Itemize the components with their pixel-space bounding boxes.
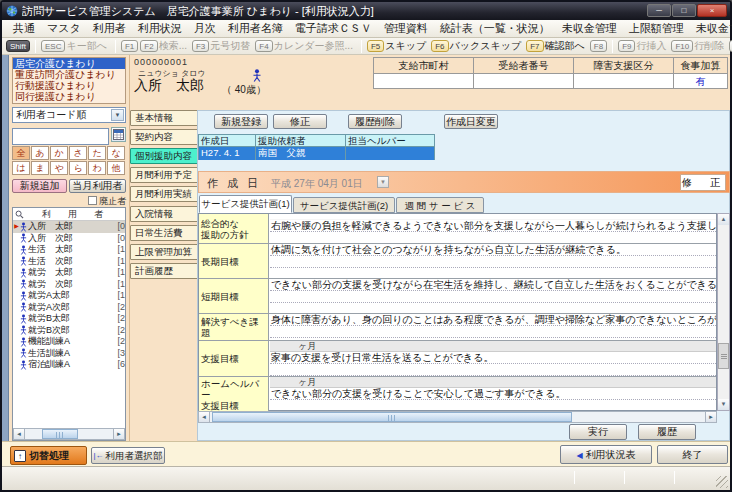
kana-a-button[interactable]: あ [31,146,49,160]
field-issues[interactable]: 身体に障害があり、身の回りのことはある程度できるが、調理や掃除など家事のできない… [270,314,716,340]
form-hscrollbar[interactable]: ◄ ► [198,411,717,423]
tab-contract[interactable]: 契約内容 [130,129,200,145]
kana-ra-button[interactable]: ら [69,161,87,175]
menu-item-limit[interactable]: 上限額管理 [623,21,690,36]
current-month-users-button[interactable]: 当月利用者 [69,179,126,193]
key-f7[interactable]: F7 [526,40,543,52]
new-record-button[interactable]: 新規登録 [214,114,268,129]
tab-service-plan-1[interactable]: サービス提供計画(1) [199,195,292,213]
usage-table-button[interactable]: ◀ 利用状況表 [560,445,652,464]
menu-item-receivables[interactable]: 未収金管理 [556,21,623,36]
vscroll-thumb[interactable] [718,343,729,369]
scroll-up-icon[interactable]: ▲ [718,214,729,225]
list-item[interactable]: 入所 次郎[0 [13,233,125,245]
menu-item-materials[interactable]: 管理資料 [378,21,434,36]
field-support-goal[interactable]: ヶ月 家事の支援を受け日常生活を送ることができる。 [270,341,716,376]
scroll-right-icon[interactable]: ► [705,412,716,422]
field-shortterm[interactable]: できない部分の支援を受けながら在宅生活を維持し、継続して自立した生活をおくること… [270,279,716,313]
service-item[interactable]: 行動援護ひまわり [13,80,125,91]
field-longterm[interactable]: 体調に気を付けて社会とのつながりを持ちながら自立した生活が継続できる。 [270,244,716,278]
field-helper-goal[interactable]: ヶ月 できない部分の支援を受けることで安心して過ごす事ができる。 [270,377,716,411]
list-item[interactable]: 就労A太郎[1 [13,290,125,302]
key-f9[interactable]: F9 [618,40,635,52]
kana-na-button[interactable]: な [107,146,125,160]
scroll-left-icon[interactable]: ◄ [199,412,210,422]
close-button[interactable]: × [697,4,727,17]
menu-item-usage[interactable]: 利用状況 [132,21,188,36]
kana-ka-button[interactable]: か [50,146,68,160]
kana-ha-button[interactable]: は [12,161,30,175]
maximize-button[interactable]: □ [672,4,696,17]
list-item[interactable]: 就労B太郎[2 [13,313,125,325]
kana-all-button[interactable]: 全 [12,146,30,160]
tab-weekly-service[interactable]: 週 間 サ ー ビ ス [396,197,484,213]
list-item[interactable]: 生活 次郎[1 [13,256,125,268]
scroll-right-icon[interactable]: ► [113,429,124,439]
execute-button[interactable]: 実行 [569,424,627,440]
retired-checkbox[interactable] [88,196,97,205]
dropdown-arrow-icon[interactable]: ▼ [111,109,124,121]
add-user-button[interactable]: 新規追加 [12,179,67,193]
form-vscrollbar[interactable]: ▲ ▼ [717,213,730,411]
key-f3[interactable]: F3 [192,40,209,52]
edit-button[interactable]: 修正 [273,114,327,129]
scroll-left-icon[interactable]: ◄ [14,429,25,439]
list-item[interactable]: 就労 太郎[1 [13,267,125,279]
list-item[interactable]: 就労A次郎[2 [13,302,125,314]
history-row-requester[interactable]: 南国 父親 [255,147,345,160]
kana-ma-button[interactable]: ま [31,161,49,175]
tab-monthly-results[interactable]: 月間利用実績 [130,186,200,202]
key-f2[interactable]: F2 [140,40,157,52]
tab-plan-history[interactable]: 計画履歴 [130,263,200,279]
menu-item-master[interactable]: マスタ [41,21,87,36]
kana-sa-button[interactable]: さ [69,146,87,160]
exit-button[interactable]: 終了 [657,445,728,464]
history-button[interactable]: 履歴 [638,424,696,440]
tab-individual-support[interactable]: 個別援助内容 [130,148,200,164]
list-item[interactable]: 宿泊訓練A[6 [13,359,125,371]
key-f10[interactable]: F10 [671,40,693,52]
service-item[interactable]: 居宅介護ひまわり [13,58,125,69]
kana-wa-button[interactable]: わ [88,161,106,175]
menu-item-receivable-master[interactable]: 未収金マスタ [690,21,732,36]
menu-item-stats[interactable]: 統計表（一覧・状況） [434,21,556,36]
switch-process-button[interactable]: ↑ 切替処理 [10,446,87,465]
kana-other-button[interactable]: 他 [107,161,125,175]
history-row-date[interactable]: H27. 4. 1 [198,147,255,160]
delete-history-button[interactable]: 履歴削除 [348,114,402,129]
tab-daily-expenses[interactable]: 日常生活費 [130,225,200,241]
field-policy[interactable]: 右腕や腰の負担を軽減できるようできない部分を支援しながら一人暮らしが続けられるよ… [270,214,716,243]
sort-order-select[interactable]: 利用者コード順 ▼ [12,107,126,123]
tab-monthly-plan[interactable]: 月間利用予定 [130,167,200,183]
service-item[interactable]: 同行援護ひまわり [13,91,125,102]
menu-item-common[interactable]: 共通 [7,21,41,36]
key-f8[interactable]: F8 [590,40,607,52]
key-esc[interactable]: ESC [41,40,65,52]
lookup-icon[interactable] [111,127,126,142]
history-row-helper[interactable] [345,147,435,160]
tab-limit-addon[interactable]: 上限管理加算 [130,244,200,260]
user-list-hscrollbar[interactable]: ◄ ► [13,428,125,440]
kana-ya-button[interactable]: や [50,161,68,175]
list-item[interactable]: 就労B次郎[2 [13,325,125,337]
list-item[interactable]: 生活 太郎[1 [13,244,125,256]
menu-item-csv[interactable]: 電子請求ＣＳＶ [289,21,378,36]
edit-plan-button[interactable]: 修 正 [680,174,726,191]
minimize-button[interactable]: ─ [647,4,671,17]
list-item[interactable]: 生活訓練A[3 [13,348,125,360]
tab-hospitalization[interactable]: 入院情報 [130,206,200,222]
list-item[interactable]: ▶ 入所 太郎[0 [13,221,125,233]
key-f5[interactable]: F5 [367,40,384,52]
resize-grip[interactable] [716,476,728,488]
key-f4[interactable]: F4 [255,40,272,52]
menu-item-roster[interactable]: 利用者名簿 [222,21,289,36]
kana-ta-button[interactable]: た [88,146,106,160]
menu-item-user[interactable]: 利用者 [87,21,132,36]
tab-basic-info[interactable]: 基本情報 [130,110,200,126]
user-select-part-button[interactable]: |← 利用者選択部 [91,447,165,464]
menu-item-monthly[interactable]: 月次 [188,21,222,36]
scroll-down-icon[interactable]: ▼ [718,399,729,410]
service-item[interactable]: 重度訪問介護ひまわり [13,69,125,80]
key-f1[interactable]: F1 [121,40,138,52]
list-item[interactable]: 機能訓練A[2 [13,336,125,348]
